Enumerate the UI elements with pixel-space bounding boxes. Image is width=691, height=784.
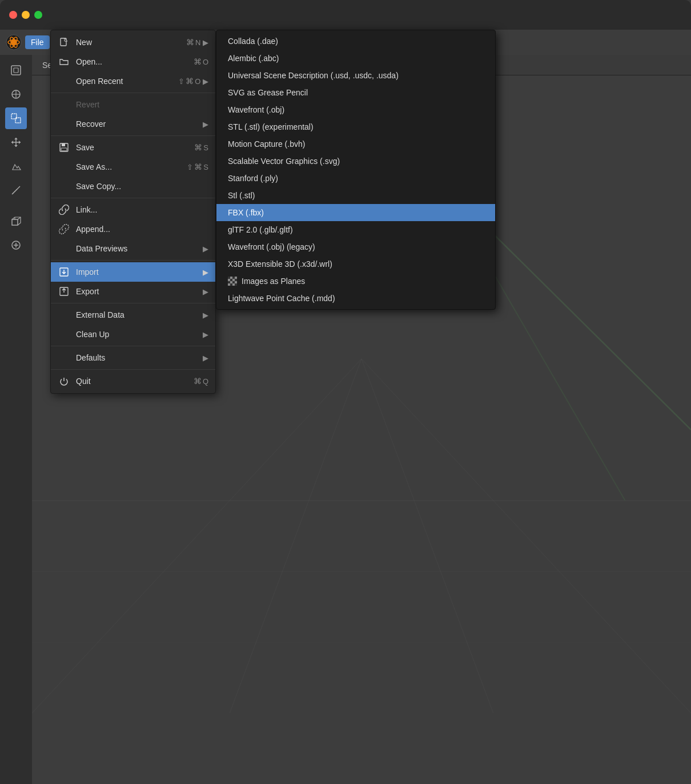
svg-rect-30: [61, 148, 67, 151]
maximize-button[interactable]: [34, 11, 42, 19]
menu-item-external-data[interactable]: External Data ▶: [51, 305, 215, 325]
separator-7: [51, 369, 215, 370]
import-stanford[interactable]: Stanford (.ply): [216, 170, 495, 187]
svg-rect-5: [11, 66, 21, 75]
menu-item-import[interactable]: Import ▶: [51, 262, 215, 282]
menu-item-save-copy[interactable]: Save Copy...: [51, 177, 215, 196]
import-icon: [58, 266, 70, 278]
toolbar-cursor[interactable]: [5, 59, 27, 81]
separator-3: [51, 198, 215, 198]
menu-item-save[interactable]: Save ⌘ S: [51, 138, 215, 157]
menu-item-clean-up[interactable]: Clean Up ▶: [51, 325, 215, 344]
import-wavefront[interactable]: Wavefront (.obj): [216, 101, 495, 118]
separator-2: [51, 135, 215, 136]
menu-item-append[interactable]: Append...: [51, 219, 215, 239]
link-icon: [58, 203, 70, 216]
menu-item-data-previews[interactable]: Data Previews ▶: [51, 239, 215, 258]
toolbar-add-plus[interactable]: [5, 234, 27, 256]
svg-rect-29: [62, 143, 65, 146]
import-collada[interactable]: Collada (.dae): [216, 33, 495, 50]
import-usd[interactable]: Universal Scene Description (.usd, .usdc…: [216, 67, 495, 84]
separator-5: [51, 303, 215, 303]
svg-line-21: [32, 359, 361, 713]
import-alembic[interactable]: Alembic (.abc): [216, 50, 495, 67]
toolbar-add-box[interactable]: [5, 210, 27, 232]
svg-line-14: [18, 217, 21, 219]
menu-file[interactable]: File: [25, 35, 50, 49]
menu-item-save-as[interactable]: Save As... ⇧ ⌘ S: [51, 157, 215, 177]
import-lightwave[interactable]: Lightwave Point Cache (.mdd): [216, 290, 495, 307]
toolbar-select[interactable]: [5, 107, 27, 129]
save-icon: [58, 141, 70, 154]
minimize-button[interactable]: [22, 11, 30, 19]
svg-rect-6: [14, 68, 18, 73]
menu-item-link[interactable]: Link...: [51, 200, 215, 219]
menu-item-open-recent[interactable]: Open Recent ⇧ ⌘ O ▶: [51, 71, 215, 91]
svg-line-22: [230, 359, 361, 713]
menu-item-revert: Revert: [51, 95, 215, 114]
separator-4: [51, 260, 215, 261]
import-submenu: Collada (.dae) Alembic (.abc) Universal …: [216, 30, 496, 310]
import-svg[interactable]: Scalable Vector Graphics (.svg): [216, 153, 495, 170]
folder-open-icon: [58, 55, 70, 68]
svg-rect-12: [12, 219, 18, 225]
toolbar-cursor2[interactable]: [5, 83, 27, 105]
menu-item-quit[interactable]: Quit ⌘ Q: [51, 371, 215, 391]
file-dropdown-menu: New ⌘ N ▶ Open... ⌘ O Open Recent ⇧ ⌘ O …: [50, 30, 216, 394]
import-stl[interactable]: Stl (.stl): [216, 187, 495, 204]
new-file-icon: [58, 36, 70, 49]
import-wavefront-legacy[interactable]: Wavefront (.obj) (legacy): [216, 238, 495, 255]
svg-line-23: [361, 359, 493, 713]
toolbar-annotate[interactable]: [5, 155, 27, 177]
svg-rect-10: [11, 114, 17, 119]
import-svg-grease[interactable]: SVG as Grease Pencil: [216, 84, 495, 101]
import-stl-experimental[interactable]: STL (.stl) (experimental): [216, 118, 495, 135]
import-x3d[interactable]: X3D Extensible 3D (.x3d/.wrl): [216, 255, 495, 273]
toolbar-measure[interactable]: [5, 179, 27, 201]
title-bar: [0, 0, 691, 30]
menu-item-recover[interactable]: Recover ▶: [51, 114, 215, 134]
separator-6: [51, 346, 215, 346]
menu-item-open[interactable]: Open... ⌘ O: [51, 52, 215, 71]
separator-1: [51, 93, 215, 93]
svg-line-24: [361, 359, 691, 713]
left-toolbar: [0, 55, 32, 784]
import-motion-capture[interactable]: Motion Capture (.bvh): [216, 135, 495, 153]
import-gltf[interactable]: glTF 2.0 (.glb/.gltf): [216, 221, 495, 238]
checkerboard-icon: [228, 277, 237, 286]
blender-logo: [5, 33, 23, 51]
close-button[interactable]: [9, 11, 17, 19]
import-fbx[interactable]: FBX (.fbx): [216, 204, 495, 221]
menu-item-new[interactable]: New ⌘ N ▶: [51, 33, 215, 52]
menu-item-defaults[interactable]: Defaults ▶: [51, 348, 215, 367]
toolbar-transform[interactable]: [5, 131, 27, 153]
menu-item-export[interactable]: Export ▶: [51, 282, 215, 301]
append-icon: [58, 223, 70, 235]
import-images-as-planes[interactable]: Images as Planes: [216, 273, 495, 290]
open-recent-icon: [58, 75, 70, 87]
power-icon: [58, 375, 70, 387]
export-icon: [58, 285, 70, 298]
